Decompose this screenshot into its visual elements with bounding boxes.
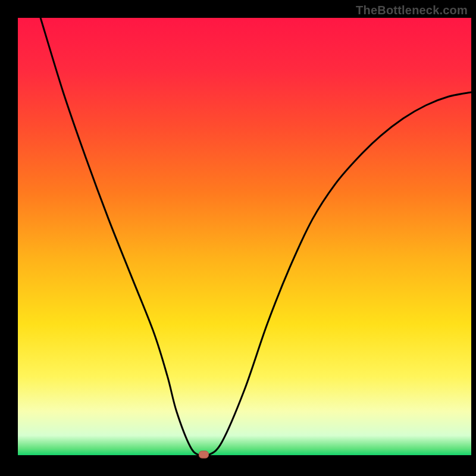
optimal-point-marker bbox=[199, 451, 208, 458]
chart-container: TheBottleneck.com bbox=[0, 0, 476, 476]
watermark-text: TheBottleneck.com bbox=[356, 4, 468, 17]
bottleneck-chart bbox=[0, 0, 476, 476]
